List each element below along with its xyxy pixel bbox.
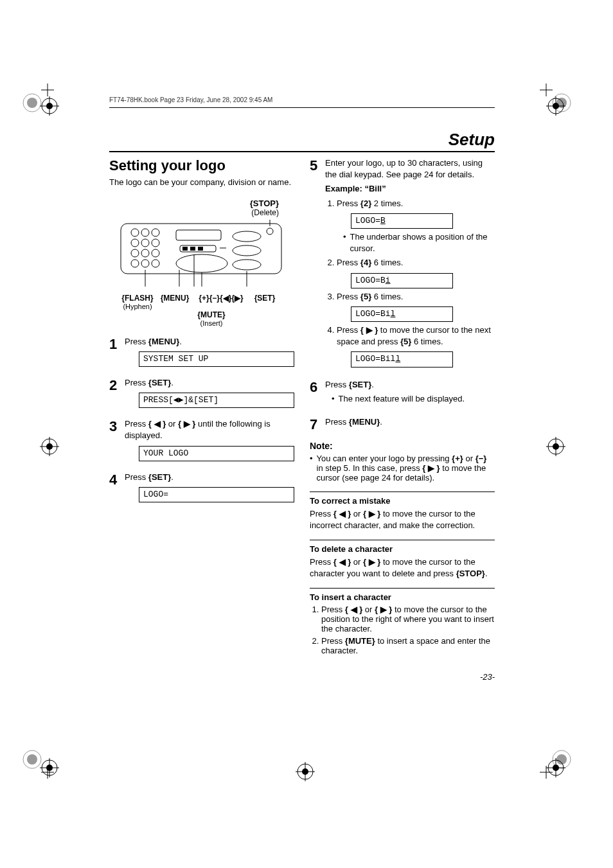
stop-button-ref: {STOP} [456, 569, 485, 578]
section-title: Setup [109, 130, 495, 152]
menu-button-ref: {MENU} [349, 417, 380, 427]
step-2: 2 Press {SET}. PRESS[◀▶]&[SET] [109, 377, 294, 409]
right-arrow-ref: { ▶ } [178, 419, 195, 429]
step-6: 6 Press {SET}. The next feature will be … [310, 379, 495, 407]
correct-text: Press { ◀ } or { ▶ } to move the cursor … [310, 508, 495, 531]
key-5-ref: {5} [360, 292, 371, 301]
step-text: Press [125, 472, 148, 482]
page-title: Setting your logo [109, 157, 294, 174]
note-label: Note: [310, 441, 495, 451]
page-number: -23- [310, 672, 495, 682]
key-5-ref: {5} [400, 337, 411, 346]
svg-point-31 [553, 443, 559, 450]
delete-heading: To delete a character [310, 540, 495, 554]
step-number: 1 [109, 336, 125, 353]
registration-mark-icon [296, 762, 315, 781]
svg-point-55 [141, 260, 149, 267]
correct-heading: To correct a mistake [310, 492, 495, 506]
delete-text: Press { ◀ } or { ▶ } to move the cursor … [310, 556, 495, 579]
registration-mark-icon [40, 758, 59, 777]
step-text: Press [125, 378, 148, 387]
menu-label: {MENU} [157, 294, 193, 303]
step-text: Press [125, 419, 148, 429]
svg-point-66 [267, 228, 273, 235]
plus-key-ref: {+} [452, 454, 463, 463]
svg-point-65 [233, 260, 261, 270]
svg-point-35 [46, 765, 53, 771]
bullet-note: The next feature will be displayed. [332, 393, 495, 405]
step-text: . [171, 378, 173, 387]
insert-list: Press { ◀ } or { ▶ } to move the cursor … [310, 605, 495, 655]
key-2-ref: {2} [360, 199, 371, 208]
right-arrow-ref: { ▶ } [360, 325, 378, 335]
svg-point-46 [141, 229, 149, 236]
stop-sublabel: (Delete) [118, 208, 279, 217]
svg-point-27 [46, 443, 53, 450]
mute-sublabel: (Insert) [138, 319, 285, 327]
step-text: 6 times. [371, 258, 403, 267]
svg-rect-59 [182, 247, 188, 251]
note-text: You can enter your logo by pressing {+} … [310, 454, 495, 483]
svg-point-19 [46, 103, 53, 109]
left-arrow-ref: { ◀ } [333, 509, 351, 518]
step-text: . [179, 337, 182, 346]
insert-heading: To insert a character [310, 588, 495, 602]
svg-rect-60 [190, 247, 195, 251]
lcd-display: YOUR LOGO [139, 446, 294, 461]
step-number: 2 [109, 377, 125, 394]
step-number: 6 [310, 379, 325, 396]
flash-sublabel: (Hyphen) [118, 303, 157, 310]
step-text: 6 times. [411, 337, 443, 346]
menu-button-ref: {MENU} [148, 337, 179, 346]
svg-point-48 [131, 239, 139, 247]
step-text: Press [337, 258, 360, 267]
list-item: Press {MUTE} to insert a space and enter… [321, 636, 495, 655]
registration-mark-icon [40, 96, 59, 116]
step-text: . [171, 472, 173, 482]
bullet-note: The underbar shows a position of the cur… [343, 231, 495, 254]
lcd-display: LOGO= [139, 487, 294, 502]
svg-point-9 [27, 754, 37, 765]
lcd-display: PRESS[◀▶]&[SET] [139, 393, 294, 408]
minus-key-ref: {−} [475, 454, 487, 463]
device-diagram: {STOP} (Delete) [118, 199, 285, 327]
lcd-display: LOGO=Bi [351, 273, 453, 288]
step-5: 5 Enter your logo, up to 30 characters, … [310, 157, 495, 370]
svg-point-50 [152, 239, 159, 247]
svg-point-51 [131, 249, 139, 257]
registration-mark-icon [546, 758, 565, 777]
list-item: Press {5} 6 times. LOGO=Bil [337, 291, 495, 322]
intro-text: The logo can be your company, division o… [109, 177, 294, 188]
step-number: 7 [310, 416, 325, 433]
set-button-ref: {SET} [148, 378, 171, 387]
step-number: 4 [109, 472, 125, 488]
mute-label: {MUTE} [138, 310, 285, 319]
right-arrow-ref: { ▶ } [363, 509, 380, 518]
svg-point-56 [152, 260, 159, 267]
svg-point-53 [152, 249, 159, 257]
step-4: 4 Press {SET}. LOGO= [109, 472, 294, 504]
svg-point-43 [302, 768, 308, 775]
step-text: . [380, 417, 382, 427]
set-button-ref: {SET} [148, 472, 171, 482]
registration-mark-icon [546, 437, 565, 456]
svg-point-62 [176, 254, 227, 272]
list-item: Press {2} 2 times. LOGO=B The underbar s… [337, 198, 495, 255]
right-arrow-ref: { ▶ } [375, 605, 392, 614]
lcd-display: LOGO=Bill [351, 351, 453, 367]
lcd-display: SYSTEM SET UP [139, 351, 294, 367]
example-label: Example: “Bill” [325, 183, 495, 195]
svg-rect-57 [176, 230, 221, 240]
step-1: 1 Press {MENU}. SYSTEM SET UP [109, 336, 294, 368]
step-number: 3 [109, 418, 125, 435]
step-text: Press [337, 199, 360, 208]
lcd-display: LOGO=B [351, 213, 453, 229]
left-arrow-ref: { ◀ } [333, 557, 351, 567]
step-7: 7 Press {MENU}. [310, 416, 495, 433]
svg-point-1 [27, 98, 37, 108]
step-number: 5 [310, 157, 325, 174]
lcd-display: LOGO=Bil [351, 306, 453, 322]
svg-point-64 [233, 245, 261, 256]
flash-label: {FLASH} [118, 294, 157, 303]
step-text: or [166, 419, 178, 429]
